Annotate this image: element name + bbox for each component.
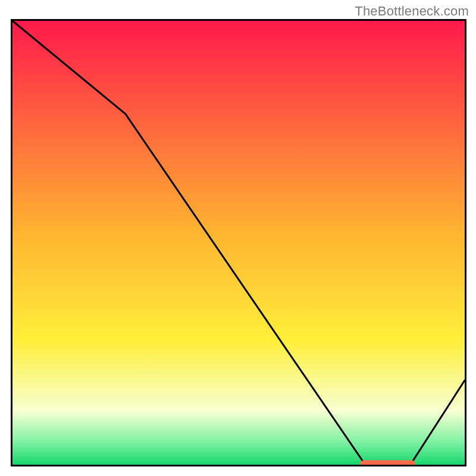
chart-container: TheBottleneck.com bbox=[0, 0, 476, 476]
plot-area bbox=[11, 19, 466, 466]
gradient-background bbox=[12, 21, 465, 465]
chart-svg bbox=[11, 19, 466, 466]
attribution-text: TheBottleneck.com bbox=[355, 4, 469, 19]
